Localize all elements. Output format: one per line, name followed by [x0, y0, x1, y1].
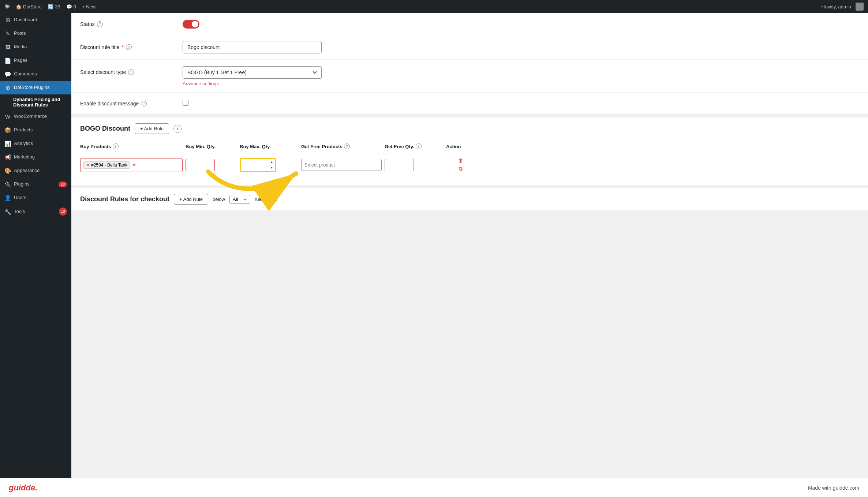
admin-bar-site[interactable]: 🏠 DotStore — [16, 4, 42, 10]
admin-bar-revisions[interactable]: 🔄 33 — [48, 4, 60, 10]
dotstore-icon: ⊕ — [4, 84, 11, 91]
bogo-section-header: BOGO Discount + Add Rule ℹ — [71, 115, 868, 140]
col-get-free-qty: Get Free Qty. ? — [385, 143, 443, 149]
enable-discount-message-label: Enable discount message ? — [80, 101, 183, 106]
col-buy-max-qty: Buy Max. Qty. — [240, 143, 298, 149]
bogo-info-icon[interactable]: ℹ — [173, 125, 182, 133]
sidebar-item-comments[interactable]: 💬 Comments — [0, 67, 71, 81]
buy-min-qty-input[interactable] — [186, 159, 215, 171]
clear-products-icon[interactable]: ✕ — [132, 162, 136, 168]
bogo-table: Buy Products ? Buy Min. Qty. Buy Max. Qt… — [71, 140, 868, 185]
required-star: * — [121, 44, 123, 50]
sidebar-item-label: Tools — [14, 208, 25, 215]
products-icon: 📦 — [4, 126, 11, 134]
select-discount-type-label: Select discount type ? — [80, 66, 183, 75]
sidebar-item-dynamic-pricing[interactable]: Dynamic Pricing and Discount Rules — [0, 94, 71, 110]
advance-settings-link[interactable]: Advance settings — [183, 81, 859, 86]
sidebar-item-analytics[interactable]: 📊 Analytics — [0, 137, 71, 150]
status-label: Status ? — [80, 21, 183, 27]
sidebar-item-marketing[interactable]: 📢 Marketing — [0, 150, 71, 164]
checkout-section: Discount Rules for checkout + Add Rule b… — [71, 185, 868, 210]
get-free-qty-cell — [385, 159, 443, 171]
form-section: Status ? Discount rule title * ? — [71, 13, 868, 115]
buy-max-qty-cell: ▲ ▼ — [240, 158, 298, 172]
action-cell: 🗑 ⧉ — [446, 158, 475, 172]
wp-logo-icon[interactable]: ✺ — [4, 3, 10, 11]
sidebar-item-label: Posts — [14, 30, 26, 37]
status-toggle[interactable] — [183, 20, 199, 29]
sidebar-item-plugins[interactable]: 🔌 Plugins 29 — [0, 178, 71, 191]
sidebar-item-label: DotStore Plugins — [14, 84, 50, 91]
col-buy-products: Buy Products ? — [80, 143, 183, 149]
product-tag-label: #2594 - Bella Tank — [91, 162, 127, 168]
marketing-icon: 📢 — [4, 153, 11, 161]
admin-bar: ✺ 🏠 DotStore 🔄 33 💬 0 + New Howdy, admin — [0, 0, 868, 13]
buy-products-help-icon[interactable]: ? — [113, 143, 119, 149]
get-free-products-input[interactable] — [301, 159, 382, 171]
discount-type-select[interactable]: BOGO (Buy 1 Get 1 Free) Percentage Disco… — [183, 66, 322, 79]
sidebar-item-label: WooCommerce — [14, 113, 47, 120]
analytics-icon: 📊 — [4, 140, 11, 147]
sidebar-item-woocommerce[interactable]: W WooCommerce — [0, 110, 71, 123]
checkout-rule-match-text: rule match — [255, 197, 277, 202]
tools-icon: 🔧 — [4, 208, 11, 216]
sidebar-item-posts[interactable]: ✎ Posts — [0, 27, 71, 40]
get-free-products-help-icon[interactable]: ? — [344, 143, 350, 149]
copy-row-icon[interactable]: ⧉ — [459, 166, 463, 172]
sidebar-item-label: Pages — [14, 57, 27, 64]
admin-bar-new[interactable]: + New — [82, 4, 96, 10]
buy-products-input[interactable]: ✕ #2594 - Bella Tank ✕ — [80, 158, 183, 172]
enable-discount-message-checkbox[interactable] — [183, 100, 188, 106]
main-layout: ⊞ Dashboard ✎ Posts 🖼 Media 📄 Pages 💬 Co… — [0, 13, 868, 478]
admin-bar-comments[interactable]: 💬 0 — [66, 4, 76, 10]
appearance-icon: 🎨 — [4, 167, 11, 175]
sidebar-item-label: Media — [14, 44, 27, 50]
discount-type-help-icon[interactable]: ? — [128, 69, 134, 75]
sidebar-item-dotstore[interactable]: ⊕ DotStore Plugins — [0, 81, 71, 94]
admin-avatar[interactable] — [856, 3, 864, 11]
select-discount-type-row: Select discount type ? BOGO (Buy 1 Get 1… — [71, 60, 868, 93]
sidebar-item-products[interactable]: 📦 Products — [0, 123, 71, 137]
posts-icon: ✎ — [4, 30, 11, 37]
delete-row-icon[interactable]: 🗑 — [458, 158, 464, 164]
sidebar-item-pages[interactable]: 📄 Pages — [0, 54, 71, 67]
sidebar-item-label: Users — [14, 194, 26, 201]
buy-products-cell: ✕ #2594 - Bella Tank ✕ — [80, 158, 183, 172]
bogo-add-rule-button[interactable]: + Add Rule — [135, 123, 169, 134]
tag-remove-icon[interactable]: ✕ — [86, 162, 90, 168]
discount-rule-title-row: Discount rule title * ? — [71, 35, 868, 60]
sidebar-item-dashboard[interactable]: ⊞ Dashboard — [0, 13, 71, 27]
get-free-qty-help-icon[interactable]: ? — [416, 143, 422, 149]
col-buy-min-qty: Buy Min. Qty. — [186, 143, 237, 149]
status-help-icon[interactable]: ? — [97, 21, 103, 27]
checkout-section-title: Discount Rules for checkout — [80, 195, 169, 203]
sidebar-item-users[interactable]: 👤 Users — [0, 191, 71, 205]
spinner-up-button[interactable]: ▲ — [268, 159, 275, 165]
sidebar-item-label: Dashboard — [14, 16, 37, 23]
checkout-add-rule-button[interactable]: + Add Rule — [174, 194, 208, 205]
get-free-qty-input[interactable] — [385, 159, 414, 171]
discount-message-help-icon[interactable]: ? — [141, 101, 147, 106]
sidebar-item-label: Comments — [14, 71, 37, 77]
bogo-section-title: BOGO Discount — [80, 125, 130, 132]
enable-discount-message-control — [183, 100, 859, 107]
users-icon: 👤 — [4, 194, 11, 202]
media-icon: 🖼 — [4, 43, 11, 51]
woocommerce-icon: W — [4, 113, 11, 120]
toggle-knob — [192, 21, 198, 27]
sidebar-item-media[interactable]: 🖼 Media — [0, 40, 71, 54]
discount-title-help-icon[interactable]: ? — [126, 44, 132, 50]
discount-rule-title-input[interactable] — [183, 41, 322, 53]
sidebar-item-label: Analytics — [14, 140, 33, 147]
get-free-products-cell — [301, 159, 382, 171]
status-control — [183, 20, 859, 29]
guidde-footer: guidde. Made with guidde.com — [0, 478, 868, 497]
guidde-made-with: Made with guidde.com — [808, 485, 859, 491]
table-row: ✕ #2594 - Bella Tank ✕ — [80, 153, 859, 176]
sidebar-item-tools[interactable]: 🔧 Tools 10 — [0, 205, 71, 218]
guidde-logo: guidde. — [9, 483, 37, 493]
checkout-all-select[interactable]: All Any — [229, 195, 250, 204]
sidebar-item-appearance[interactable]: 🎨 Appearance — [0, 164, 71, 178]
spinner-down-button[interactable]: ▼ — [268, 165, 275, 171]
discount-rule-title-control — [183, 41, 859, 53]
